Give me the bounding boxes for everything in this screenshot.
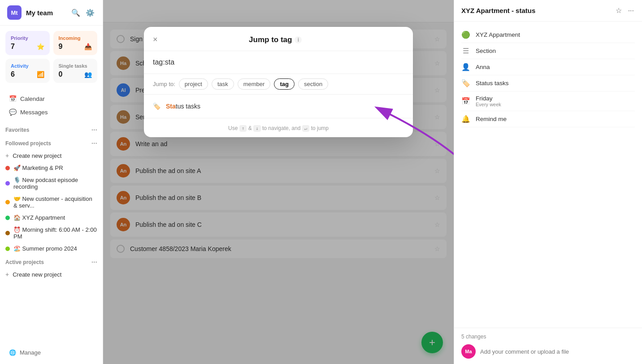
nav-messages-label: Messages [20,109,48,116]
panel-row-remind: 🔔 Remind me [461,111,635,127]
stat-incoming[interactable]: Incoming 9 📥 [53,31,98,55]
nav-messages[interactable]: 💬 Messages [5,105,97,119]
group-icon: 👥 [84,71,92,78]
globe-icon: 🌐 [9,349,16,356]
followed-projects-section[interactable]: Followed projects ··· [0,136,103,149]
star-icon-panel[interactable]: ☆ [615,5,623,16]
search-icon[interactable]: 🔍 [70,8,81,18]
stat-priority-label: Priority [11,35,44,41]
project-morning-label: ⏰ Morning shift: 6:00 AM - 2:00 PM [13,226,97,240]
sidebar-footer: 🌐 Manage [0,341,103,364]
team-avatar: Mt [7,5,22,20]
stat-incoming-value: 9 [59,43,63,51]
nav-calendar[interactable]: 📅 Calendar [5,92,97,105]
favorites-section[interactable]: Favorites ··· [0,122,103,136]
result-item-status-tasks[interactable]: 🏷️ Status tasks [144,98,413,114]
modal-results: 🏷️ Status tasks [144,95,413,118]
more-icon-panel[interactable]: ··· [627,5,635,16]
stat-priority[interactable]: Priority 7 ⭐ [5,31,50,55]
stats-grid: Priority 7 ⭐ Incoming 9 📥 Activity 6 📶 S… [0,26,103,88]
stat-incoming-label: Incoming [59,35,92,41]
modal-footer-text: Use ↑ & ↓ to navigate, and ↵ to jump [228,125,329,131]
remind-icon: 🔔 [461,115,470,123]
tag-icon-panel: 🏷️ [461,79,470,87]
result-text: Status tasks [166,103,200,110]
panel-header: XYZ Apartment - status ☆ ··· [454,0,642,22]
recurrence-label: Every week [476,102,501,107]
result-highlight: Sta [166,103,176,110]
section-icon: ☰ [461,47,470,55]
project-dot [5,181,10,186]
project-dot [5,216,10,220]
active-more-icon[interactable]: ··· [91,258,97,266]
create-active-project[interactable]: + Create new project [0,268,103,281]
manage-item[interactable]: 🌐 Manage [5,347,97,359]
project-summer-label: 🏖️ Summer promo 2024 [13,245,77,252]
day-label: Friday [476,95,501,102]
calendar-icon: 📅 [9,95,17,102]
favorites-more-icon[interactable]: ··· [91,126,97,134]
project-marketing-label: 🚀 Marketing & PR [13,165,63,171]
stat-single-tasks[interactable]: Single tasks 0 👥 [53,59,98,83]
panel-row-assignee: 👤 Anna [461,59,635,75]
assignee-name: Anna [476,64,635,70]
main-content: Sign a contract with the owner ☆ Ha Sche… [103,0,454,364]
commenter-avatar: Ma [461,344,476,359]
nav-calendar-label: Calendar [20,95,45,102]
followed-more-icon[interactable]: ··· [91,139,97,147]
project-dot [5,166,10,170]
messages-icon: 💬 [9,108,17,116]
status-tasks-label: Status tasks [476,80,635,87]
create-active-project-label: Create new project [13,271,61,278]
panel-row-status: 🏷️ Status tasks [461,75,635,91]
panel-header-icons: ☆ ··· [615,5,635,16]
project-marketing[interactable]: 🚀 Marketing & PR [0,162,103,174]
comment-row: Ma [461,344,635,359]
stat-priority-value: 7 [11,43,15,51]
gear-icon[interactable]: ⚙️ [85,8,95,18]
calendar-icon-panel: 📅 [461,97,470,105]
modal-footer: Use ↑ & ↓ to navigate, and ↵ to jump [144,118,413,137]
modal-close-button[interactable]: × [153,35,158,44]
stat-activity-value: 6 [11,70,15,78]
project-podcast[interactable]: 🎙️ New podcast episode recording [0,174,103,193]
project-customer-label: 🤝 New customer - acquisition & serv... [13,195,97,209]
kbd-enter: ↵ [302,125,310,132]
stat-single-tasks-value: 0 [59,70,63,78]
project-morning[interactable]: ⏰ Morning shift: 6:00 AM - 2:00 PM [0,224,103,243]
search-input[interactable] [153,58,404,66]
panel-title: XYZ Apartment - status [461,7,535,14]
filter-member[interactable]: member [238,78,271,90]
right-panel: XYZ Apartment - status ☆ ··· 🟢 XYZ Appar… [454,0,642,364]
tag-icon: 🏷️ [153,103,160,110]
panel-row-section: ☰ Section [461,43,635,59]
project-dot [5,200,10,204]
kbd-up: ↑ [239,125,247,132]
remind-label: Remind me [476,116,635,122]
filter-project[interactable]: project [179,78,208,90]
project-podcast-label: 🎙️ New podcast episode recording [13,177,97,190]
filter-tag[interactable]: tag [274,78,295,90]
project-customer[interactable]: 🤝 New customer - acquisition & serv... [0,193,103,212]
project-name-label: XYZ Appartment [476,31,635,38]
info-icon[interactable]: i [295,36,302,43]
project-summer[interactable]: 🏖️ Summer promo 2024 [0,243,103,255]
changes-section: 5 changes Ma [454,328,642,364]
stat-activity[interactable]: Activity 6 📶 [5,59,50,83]
filter-task[interactable]: task [212,78,234,90]
create-project-followed[interactable]: + Create new project [0,149,103,162]
panel-row-date: 📅 Friday Every week [461,91,635,111]
kbd-down: ↓ [253,125,261,132]
modal-overlay: × Jump to tag i Jump to: project task me… [103,0,454,364]
filter-section[interactable]: section [298,78,328,90]
activity-icon: 📶 [37,71,44,78]
sidebar-header: Mt My team 🔍 ⚙️ [0,0,103,26]
active-projects-section[interactable]: Active projects ··· [0,255,103,268]
modal-search-area [144,51,413,74]
sidebar: Mt My team 🔍 ⚙️ Priority 7 ⭐ Incoming 9 … [0,0,103,364]
comment-input[interactable] [480,348,635,355]
changes-count: 5 changes [461,334,635,340]
plus-icon-active: + [5,271,9,278]
project-xyz[interactable]: 🏠 XYZ Appartment [0,212,103,224]
modal-filters: Jump to: project task member tag section [144,74,413,95]
